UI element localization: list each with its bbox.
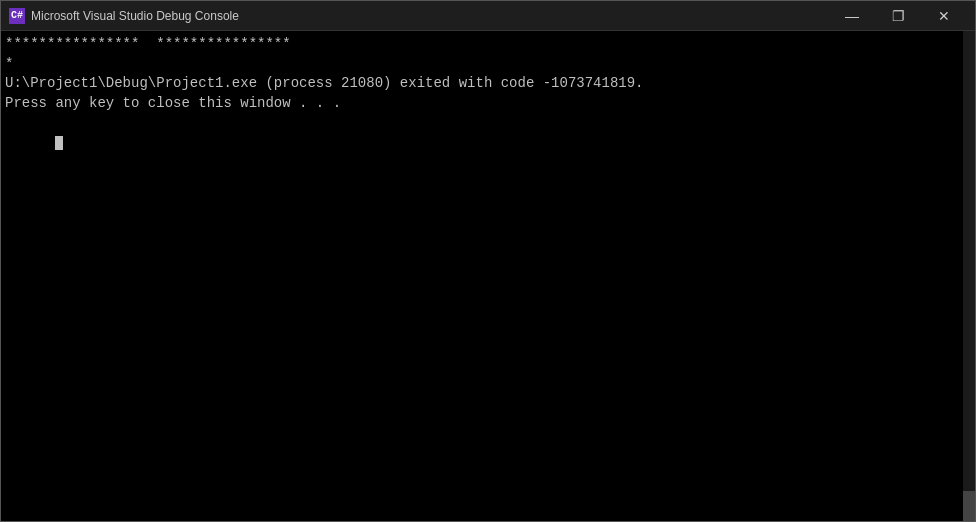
title-bar: C# Microsoft Visual Studio Debug Console…: [1, 1, 975, 31]
close-button[interactable]: ✕: [921, 1, 967, 31]
console-cursor-line: [5, 113, 971, 172]
console-output[interactable]: **************** **************** * U:\P…: [1, 31, 975, 521]
scrollbar[interactable]: [963, 31, 975, 521]
text-cursor: [55, 136, 63, 150]
app-icon: C#: [9, 8, 25, 24]
maximize-button[interactable]: ❐: [875, 1, 921, 31]
minimize-button[interactable]: —: [829, 1, 875, 31]
console-line-3: U:\Project1\Debug\Project1.exe (process …: [5, 74, 971, 94]
window-title: Microsoft Visual Studio Debug Console: [31, 9, 829, 23]
app-icon-text: C#: [11, 10, 23, 21]
window-controls: — ❐ ✕: [829, 1, 967, 31]
console-line-4: Press any key to close this window . . .: [5, 94, 971, 114]
console-line-1: **************** ****************: [5, 35, 971, 55]
scrollbar-thumb[interactable]: [963, 491, 975, 521]
console-line-2: *: [5, 55, 971, 75]
window: C# Microsoft Visual Studio Debug Console…: [0, 0, 976, 522]
